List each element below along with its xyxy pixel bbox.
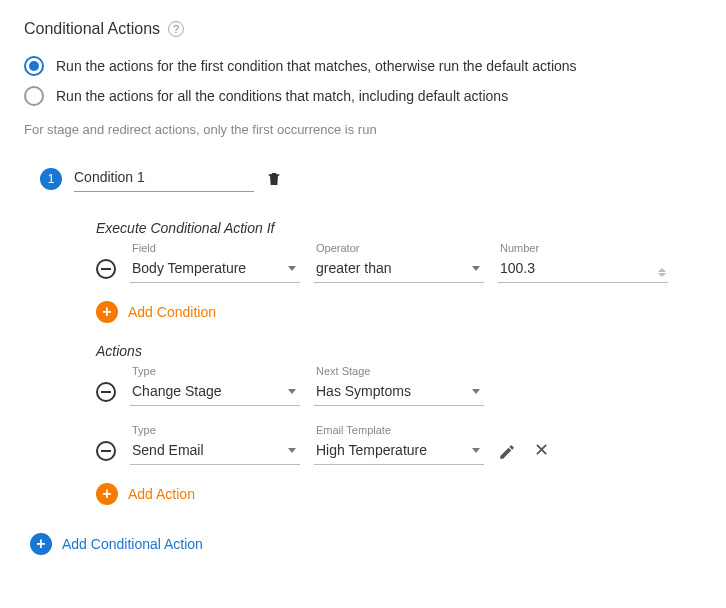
plus-icon: + xyxy=(30,533,52,555)
run-mode-radio-group: Run the actions for the first condition … xyxy=(24,56,702,106)
add-condition-label: Add Condition xyxy=(128,304,216,320)
radio-first-match[interactable]: Run the actions for the first condition … xyxy=(24,56,702,76)
add-action-button[interactable]: + Add Action xyxy=(96,483,702,505)
radio-icon xyxy=(24,56,44,76)
type-label: Type xyxy=(130,365,300,377)
add-conditional-action-button[interactable]: + Add Conditional Action xyxy=(30,533,702,555)
field-value: Body Temperature xyxy=(132,260,246,276)
action-param-value: Has Symptoms xyxy=(316,383,411,399)
remove-action-button[interactable] xyxy=(96,382,116,402)
field-select[interactable]: Body Temperature xyxy=(130,256,300,283)
chevron-down-icon xyxy=(472,448,480,453)
add-action-label: Add Action xyxy=(128,486,195,502)
param-label: Next Stage xyxy=(314,365,484,377)
help-icon[interactable]: ? xyxy=(168,21,184,37)
number-input[interactable]: 100.3 xyxy=(498,256,668,283)
radio-icon xyxy=(24,86,44,106)
operator-select[interactable]: greater than xyxy=(314,256,484,283)
chevron-down-icon xyxy=(472,266,480,271)
action-type-select[interactable]: Change Stage xyxy=(130,379,300,406)
remove-action-button[interactable] xyxy=(96,441,116,461)
execute-if-title: Execute Conditional Action If xyxy=(96,220,702,236)
action-param-value: High Temperature xyxy=(316,442,427,458)
remove-rule-button[interactable] xyxy=(96,259,116,279)
action-param-select[interactable]: High Temperature xyxy=(314,438,484,465)
action-row: Type Change Stage Next Stage Has Symptom… xyxy=(96,365,702,406)
action-row: Type Send Email Email Template High Temp… xyxy=(96,424,702,465)
stepper-down-icon[interactable] xyxy=(658,273,666,277)
operator-value: greater than xyxy=(316,260,392,276)
type-label: Type xyxy=(130,424,300,436)
action-type-value: Send Email xyxy=(132,442,204,458)
chevron-down-icon xyxy=(472,389,480,394)
condition-name-input[interactable] xyxy=(74,165,254,192)
hint-text: For stage and redirect actions, only the… xyxy=(24,122,702,137)
plus-icon: + xyxy=(96,483,118,505)
number-label: Number xyxy=(498,242,668,254)
chevron-down-icon xyxy=(288,389,296,394)
add-condition-button[interactable]: + Add Condition xyxy=(96,301,702,323)
radio-label: Run the actions for the first condition … xyxy=(56,58,577,74)
param-label: Email Template xyxy=(314,424,484,436)
action-type-select[interactable]: Send Email xyxy=(130,438,300,465)
chevron-down-icon xyxy=(288,266,296,271)
radio-label: Run the actions for all the conditions t… xyxy=(56,88,508,104)
add-conditional-action-label: Add Conditional Action xyxy=(62,536,203,552)
action-type-value: Change Stage xyxy=(132,383,222,399)
number-value: 100.3 xyxy=(500,260,535,276)
radio-all-match[interactable]: Run the actions for all the conditions t… xyxy=(24,86,702,106)
pencil-icon[interactable] xyxy=(498,443,516,461)
actions-title: Actions xyxy=(96,343,702,359)
number-stepper xyxy=(658,268,666,277)
page-title: Conditional Actions xyxy=(24,20,160,38)
chevron-down-icon xyxy=(288,448,296,453)
operator-label: Operator xyxy=(314,242,484,254)
plus-icon: + xyxy=(96,301,118,323)
condition-number-badge: 1 xyxy=(40,168,62,190)
trash-icon[interactable] xyxy=(266,171,282,187)
close-icon[interactable]: ✕ xyxy=(530,439,553,461)
field-label: Field xyxy=(130,242,300,254)
stepper-up-icon[interactable] xyxy=(658,268,666,272)
action-param-select[interactable]: Has Symptoms xyxy=(314,379,484,406)
